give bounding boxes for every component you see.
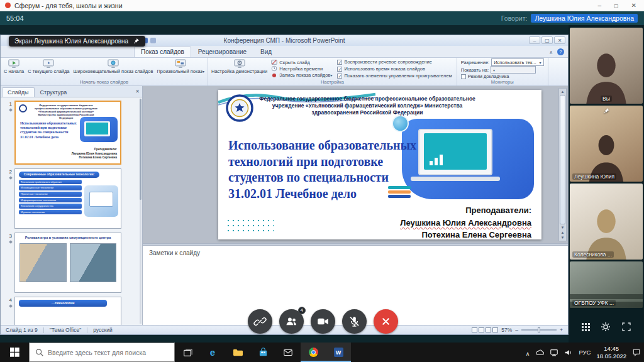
microphone-muted-button[interactable]	[342, 309, 367, 334]
cloud-icon[interactable]	[535, 348, 544, 357]
slide-thumbnail-4[interactable]: …технологии	[14, 297, 121, 325]
speaker-name: Леушкина Юлия Александровна	[531, 14, 638, 23]
setup-slideshow-button[interactable]: Настройка демонстрации	[210, 58, 269, 79]
clock[interactable]: 14:45 18.05.2022	[596, 345, 626, 360]
grid-view-icon[interactable]	[581, 322, 590, 331]
thumbnail-row: 1 Федеральное государственное бюджетное …	[1, 101, 137, 165]
presenter-view-checkbox[interactable]: Режим докладчика	[461, 74, 544, 79]
share-tag-label: Экран Леушкина Юлия Александровна	[14, 38, 128, 45]
next-slide-icon[interactable]: ▼	[561, 235, 565, 240]
pin-icon[interactable]	[133, 38, 140, 45]
scroll-down-icon[interactable]: ▼	[561, 225, 565, 230]
thumb-illustration	[80, 117, 118, 142]
participant-name: Колесникова ...	[572, 251, 614, 258]
network-icon[interactable]	[550, 348, 558, 357]
scroll-up-icon[interactable]: ▲	[561, 89, 565, 94]
redo-icon[interactable]	[150, 38, 156, 43]
participants-count-badge: 4	[298, 307, 306, 314]
fullscreen-icon[interactable]	[621, 322, 631, 332]
current-slide[interactable]: Федеральное государственное бюджетное пр…	[218, 90, 541, 239]
view-switcher[interactable]	[472, 327, 498, 332]
participant-tile[interactable]: Вы	[570, 28, 643, 104]
ppt-close-icon[interactable]	[554, 36, 565, 44]
zoom-out-icon[interactable]	[515, 327, 518, 333]
checkbox-icon	[337, 74, 342, 79]
ppt-minimize-icon[interactable]	[529, 36, 540, 44]
play-narration-checkbox[interactable]: Воспроизвести речевое сопровождение	[337, 59, 452, 65]
zoom-in-icon[interactable]	[560, 327, 563, 333]
tray-chevron-icon[interactable]	[526, 347, 530, 358]
close-icon[interactable]	[631, 2, 636, 9]
hide-slide-button[interactable]: Скрыть слайд	[271, 59, 332, 65]
scrollbar-thumb[interactable]	[560, 95, 565, 224]
slide-scrollbar[interactable]: ▲ ▼ ▲ ▼	[558, 88, 567, 241]
teachers-label: Преподаватели:	[465, 206, 531, 215]
from-beginning-button[interactable]: С начала	[3, 58, 25, 79]
transition-star-icon	[9, 304, 13, 308]
slide-thumbnail-1[interactable]: Федеральное государственное бюджетное пр…	[14, 101, 121, 165]
tab-review[interactable]: Рецензирование	[191, 47, 253, 57]
slide-thumbnail-2[interactable]: Современные образовательные технологии: …	[14, 168, 121, 229]
call-topbar: 55:04 Говорит: Леушкина Юлия Александров…	[0, 11, 644, 25]
tab-slides[interactable]: Слайды	[2, 87, 35, 97]
custom-slideshow-button[interactable]: Произвольный показ	[155, 58, 206, 79]
thumb-title: Использование образовательных технологий…	[20, 121, 81, 140]
ribbon-group-start-slideshow: С начала С текущего слайда Широковещател…	[1, 58, 208, 85]
ppt-window-controls	[529, 36, 565, 44]
camera-button[interactable]	[311, 309, 335, 334]
show-on-dropdown[interactable]	[491, 66, 536, 74]
language-indicator[interactable]: русский	[93, 327, 113, 333]
end-call-button[interactable]	[374, 309, 398, 334]
settings-gear-icon[interactable]	[601, 322, 611, 332]
tab-outline[interactable]: Структура	[35, 87, 73, 97]
panel-close-icon[interactable]	[135, 89, 140, 94]
share-link-button[interactable]	[248, 309, 272, 334]
broadcast-slideshow-button[interactable]: Широковещательный показ слайдов	[72, 58, 155, 79]
panel-scrollbar[interactable]	[140, 99, 142, 324]
window-titlebar: Сферум - для тебя, школы и жизни	[0, 0, 644, 11]
monitor-custom-icon	[175, 59, 186, 69]
store-button[interactable]	[250, 343, 275, 362]
mail-button[interactable]	[275, 343, 301, 362]
search-input[interactable]	[48, 349, 158, 356]
slide-thumbnail-3[interactable]: Ролевая игра в условиях симуляционного ц…	[14, 233, 121, 293]
label: Широковещательный показ слайдов	[74, 69, 153, 74]
tab-slideshow[interactable]: Показ слайдов	[134, 47, 191, 57]
notification-center-icon[interactable]	[632, 348, 641, 357]
show-media-controls-checkbox[interactable]: Показать элементы управления проигрывате…	[337, 73, 452, 79]
previous-slide-icon[interactable]: ▲	[561, 230, 565, 235]
participants-button[interactable]: 4	[279, 309, 304, 334]
thumbnail-row: 3 Ролевая игра в условиях симуляционного…	[1, 233, 137, 293]
chrome-button[interactable]	[301, 343, 326, 362]
from-current-slide-button[interactable]: С текущего слайда	[26, 58, 70, 79]
record-slideshow-button[interactable]: Запись показа слайдов	[271, 72, 332, 79]
help-icon[interactable]	[557, 48, 564, 55]
teacher-1: Леушкина Юлия Александровна	[400, 218, 531, 228]
taskbar-search[interactable]	[29, 343, 175, 362]
language-indicator[interactable]: РУС	[579, 349, 591, 356]
start-button[interactable]	[0, 343, 29, 362]
ppt-maximize-icon[interactable]	[541, 36, 553, 44]
laptop-base	[411, 177, 500, 181]
tab-view[interactable]: Вид	[253, 47, 279, 57]
use-timings-checkbox[interactable]: Использовать время показа слайдов	[337, 66, 452, 72]
transition-star-icon	[9, 108, 13, 112]
edge-button[interactable]	[200, 343, 225, 362]
pin-icon	[603, 107, 610, 114]
maximize-icon[interactable]	[614, 2, 619, 9]
volume-icon[interactable]	[564, 348, 573, 357]
folder-icon	[233, 348, 243, 357]
zoom-slider[interactable]	[521, 329, 557, 331]
rehearse-timings-button[interactable]: Настройка времени	[271, 65, 332, 72]
task-view-button[interactable]	[175, 343, 200, 362]
minimize-icon[interactable]	[597, 2, 601, 9]
resolution-dropdown[interactable]: Использовать тек...	[491, 58, 543, 66]
participant-name: Вы	[601, 96, 612, 102]
participant-tile[interactable]: ОГБПОУ УФК ...	[570, 261, 643, 308]
collapse-ribbon-icon[interactable]	[549, 49, 553, 55]
word-button[interactable]	[326, 343, 351, 362]
file-explorer-button[interactable]	[225, 343, 250, 362]
participant-tile[interactable]: Леушкина Юлия	[570, 106, 643, 182]
participant-tile[interactable]: Колесникова ...	[570, 184, 643, 260]
slideshow-view-icon	[492, 327, 498, 332]
